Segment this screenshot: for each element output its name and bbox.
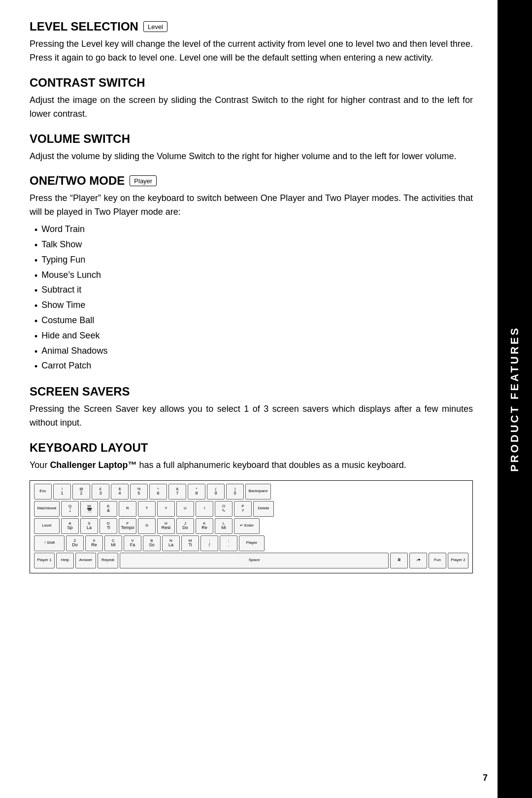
level-selection-title: LEVEL SELECTION	[30, 20, 138, 33]
bullet-dot: •	[34, 284, 37, 298]
key-e: E&	[100, 501, 117, 517]
key-1: !1	[53, 484, 71, 499]
key-music-icon: ♪♥	[409, 553, 427, 568]
list-item: • Show Time	[34, 298, 473, 313]
key-p: P♯	[234, 501, 252, 517]
list-item: • Animal Shadows	[34, 344, 473, 359]
screen-savers-body: Pressing the Screen Saver key allows you…	[30, 402, 473, 430]
key-0: )0	[226, 484, 244, 499]
keyboard-layout-heading: KEYBOARD LAYOUT	[30, 441, 473, 455]
level-key-badge: Level	[143, 21, 167, 32]
bullet-dot: •	[34, 299, 37, 313]
key-player2: Player 2	[448, 553, 468, 568]
bullet-text: Subtract it	[41, 283, 81, 297]
key-fun: Fun	[429, 553, 446, 568]
page-number: 7	[483, 773, 488, 783]
key-t: T	[138, 501, 156, 517]
screen-savers-heading: SCREEN SAVERS	[30, 385, 473, 399]
key-q: Q♩	[61, 501, 79, 517]
bullet-list: • Word Train • Talk Show • Typing Fun • …	[34, 222, 473, 374]
key-6: ^6	[149, 484, 167, 499]
key-9: (9	[207, 484, 225, 499]
one-two-mode-heading: ONE/TWO MODE Player	[30, 174, 473, 188]
key-b: BSo	[143, 535, 161, 551]
key-d: DTi	[100, 518, 117, 534]
key-n: NLa	[162, 535, 180, 551]
volume-switch-body: Adjust the volume by sliding the Volume …	[30, 150, 473, 164]
bullet-dot: •	[34, 330, 37, 344]
kb-row-asdf: Level ASp SLa DTi FTempo G HRest JDo KRe…	[34, 518, 468, 534]
list-item: • Word Train	[34, 222, 473, 237]
bullet-dot: •	[34, 360, 37, 374]
key-y: Y	[157, 501, 175, 517]
key-f: FTempo	[119, 518, 136, 534]
key-monitor-icon: 🖥	[390, 553, 408, 568]
volume-switch-heading: VOLUME SWITCH	[30, 132, 473, 146]
bullet-text: Animal Shadows	[41, 344, 107, 358]
key-l: LMi	[215, 518, 233, 534]
bullet-dot: •	[34, 238, 37, 253]
screen-savers-title: SCREEN SAVERS	[30, 385, 130, 399]
side-tab: PRODUCT FEATURES	[498, 0, 532, 798]
bullet-text: Show Time	[41, 298, 85, 312]
key-player: Player	[239, 535, 265, 551]
bullet-text: Typing Fun	[41, 253, 85, 267]
bullet-text: Costume Ball	[41, 313, 94, 328]
key-u: U	[176, 501, 194, 517]
bullet-dot: •	[34, 314, 37, 329]
keyboard-layout-title: KEYBOARD LAYOUT	[30, 441, 148, 455]
key-shift: ↑ Shift	[34, 535, 65, 551]
bullet-text: Mouse’s Lunch	[41, 268, 101, 282]
list-item: • Costume Ball	[34, 313, 473, 329]
key-delete: Delete	[253, 501, 274, 517]
volume-switch-title: VOLUME SWITCH	[30, 132, 130, 146]
kb-row-bottom: Player 1 Help Answer Repeat Space 🖥 ♪♥ F…	[34, 553, 468, 568]
list-item: • Hide and Seek	[34, 329, 473, 344]
contrast-switch-title: CONTRAST SWITCH	[30, 76, 145, 90]
list-item: • Mouse’s Lunch	[34, 268, 473, 283]
one-two-mode-body: Press the “Player” key on the keyboard t…	[30, 192, 473, 219]
key-z: ZDo	[66, 535, 84, 551]
key-g: G	[138, 518, 156, 534]
bullet-text: Hide and Seek	[41, 329, 100, 343]
key-m: MTi	[181, 535, 199, 551]
player-key-badge: Player	[130, 175, 157, 186]
key-7: &7	[168, 484, 186, 499]
key-4: $4	[111, 484, 129, 499]
key-i: I	[196, 501, 213, 517]
key-level: Level	[34, 518, 60, 534]
key-matchbook: Matchbook	[34, 501, 60, 517]
list-item: • Subtract it	[34, 283, 473, 298]
bullet-dot: •	[34, 269, 37, 283]
key-repeat: Repeat	[98, 553, 118, 568]
key-enter: ↵ Enter	[234, 518, 260, 534]
bullet-dot: •	[34, 254, 37, 268]
keyboard-layout-body: Your Challenger Laptop™ has a full alpha…	[30, 459, 473, 472]
key-j: JDo	[176, 518, 194, 534]
product-name: Challenger Laptop™	[50, 460, 136, 470]
key-backspace: Backspace	[245, 484, 271, 499]
key-3: £3	[92, 484, 109, 499]
key-a: ASp	[61, 518, 79, 534]
level-selection-body: Pressing the Level key will change the l…	[30, 37, 473, 65]
key-player1: Player 1	[34, 553, 55, 568]
key-help: Help	[56, 553, 74, 568]
key-r: R	[119, 501, 136, 517]
bullet-dot: •	[34, 345, 37, 359]
key-answer: Answer	[75, 553, 96, 568]
key-h: HRest	[157, 518, 175, 534]
key-w: W🎹	[80, 501, 98, 517]
key-esc: Esc	[34, 484, 52, 499]
one-two-mode-title: ONE/TWO MODE	[30, 174, 125, 188]
key-s: SLa	[80, 518, 98, 534]
list-item: • Carrot Patch	[34, 359, 473, 374]
key-8: *8	[188, 484, 205, 499]
contrast-switch-body: Adjust the image on the screen by slidin…	[30, 94, 473, 121]
level-selection-heading: LEVEL SELECTION Level	[30, 20, 473, 33]
bullet-text: Talk Show	[41, 237, 82, 252]
key-2: @2	[72, 484, 90, 499]
key-space: Space	[120, 553, 389, 568]
key-o: O∿	[215, 501, 233, 517]
key-v: VFa	[124, 535, 141, 551]
contrast-switch-heading: CONTRAST SWITCH	[30, 76, 473, 90]
